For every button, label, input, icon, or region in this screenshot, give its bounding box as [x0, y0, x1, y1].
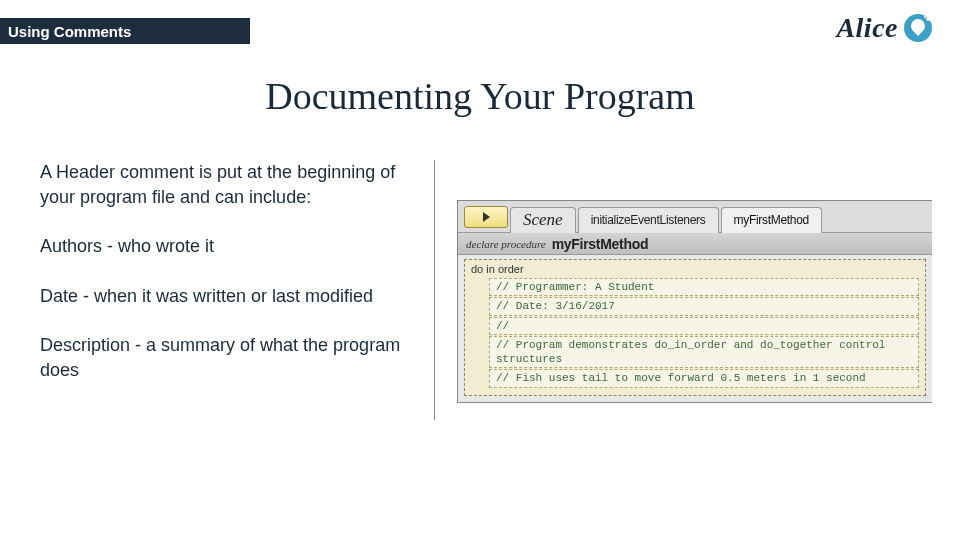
date-paragraph: Date - when it was written or last modif… [40, 284, 416, 309]
alice-logo: Alice [836, 12, 932, 44]
text-column: A Header comment is put at the beginning… [40, 160, 435, 420]
comment-line[interactable]: // Programmer: A Student [489, 278, 919, 296]
tab-scene[interactable]: Scene [510, 207, 576, 233]
slide-title: Documenting Your Program [0, 74, 960, 118]
slide-header-band: Using Comments [0, 18, 250, 44]
tab-scene-label: Scene [523, 210, 563, 230]
intro-paragraph: A Header comment is put at the beginning… [40, 160, 416, 210]
comment-line[interactable]: // Date: 3/16/2017 [489, 297, 919, 315]
alice-editor-screenshot: Scene initializeEventListeners myFirstMe… [457, 200, 932, 403]
editor-tabs-row: Scene initializeEventListeners myFirstMe… [458, 201, 932, 233]
comment-line[interactable]: // Program demonstrates do_in_order and … [489, 336, 919, 369]
do-in-order-block[interactable]: do in order // Programmer: A Student // … [464, 259, 926, 396]
declare-procedure-bar: declare procedure myFirstMethod [458, 233, 932, 255]
comment-line[interactable]: // [489, 317, 919, 335]
declare-prefix: declare procedure [466, 238, 546, 250]
play-icon [483, 212, 490, 222]
tab-init-label: initializeEventListeners [591, 213, 706, 227]
tab-my-first-method[interactable]: myFirstMethod [721, 207, 822, 233]
content-area: A Header comment is put at the beginning… [40, 160, 932, 420]
tab-method-label: myFirstMethod [734, 213, 809, 227]
declare-method-name: myFirstMethod [552, 236, 648, 252]
slide-header-text: Using Comments [8, 23, 131, 40]
description-paragraph: Description - a summary of what the prog… [40, 333, 416, 383]
alice-logo-icon [904, 14, 932, 42]
authors-paragraph: Authors - who wrote it [40, 234, 416, 259]
run-button[interactable] [464, 206, 508, 228]
comment-line[interactable]: // Fish uses tail to move forward 0.5 me… [489, 369, 919, 387]
tab-initialize-listeners[interactable]: initializeEventListeners [578, 207, 719, 233]
screenshot-column: Scene initializeEventListeners myFirstMe… [435, 160, 932, 420]
logo-text: Alice [836, 12, 898, 44]
do-in-order-label: do in order [471, 263, 919, 275]
